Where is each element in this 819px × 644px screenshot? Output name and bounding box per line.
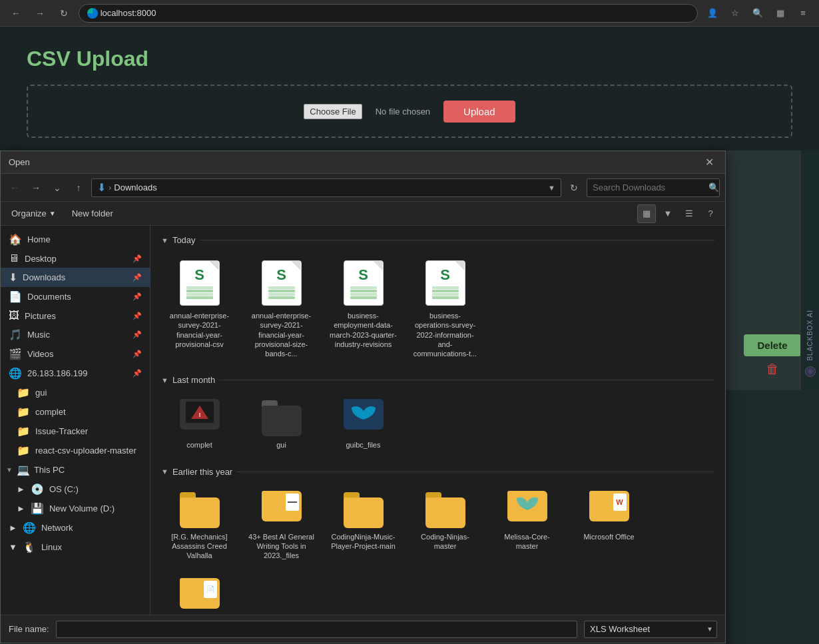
pin-icon-pictures: 📌 xyxy=(133,312,142,320)
file-item-guibc[interactable]: guibc_files xyxy=(325,393,402,456)
back-button[interactable]: ← xyxy=(7,4,25,23)
documents-icon: 📄 xyxy=(9,290,22,303)
csv4-label: business-operations-survey-2022-informat… xyxy=(411,311,479,358)
file-item-mirrors-edge[interactable]: 📄 Mirrors_Edge xyxy=(161,572,238,615)
sidebar-item-c-drive[interactable]: ► 💿 OS (C:) xyxy=(1,480,150,499)
sidebar-desktop-label: Desktop xyxy=(25,254,127,264)
lastmonth-toggle[interactable]: ▼ xyxy=(161,376,168,384)
sidebar-item-downloads[interactable]: ⬇ Downloads 📌 xyxy=(1,268,150,287)
sidebar-network-label: Network xyxy=(41,523,142,533)
settings-icon[interactable]: ≡ xyxy=(794,4,812,23)
dialog-sidebar: 🏠 Home 🖥 Desktop 📌 ⬇ Downloads 📌 📄 Docum… xyxy=(1,226,150,615)
file-item-melissa[interactable]: Melissa-Core-master xyxy=(489,485,565,567)
filetype-select[interactable]: XLS Worksheet CSV Files All Files xyxy=(584,621,717,638)
blackbox-icon xyxy=(805,366,816,377)
dialog-title: Open xyxy=(9,157,30,167)
forward-button[interactable]: → xyxy=(31,4,49,23)
file-item-rg-mechanics[interactable]: [R.G. Mechanics] Assassins Creed Valhall… xyxy=(161,485,238,567)
refresh-button[interactable]: ↻ xyxy=(565,179,583,196)
sidebar-pictures-label: Pictures xyxy=(25,311,127,321)
downloads-icon: ⬇ xyxy=(9,271,17,284)
new-folder-label: New folder xyxy=(72,208,113,218)
sidebar-linux-label: Linux xyxy=(41,542,142,552)
filename-label: File name: xyxy=(9,624,49,634)
nav-forward-button[interactable]: → xyxy=(27,179,45,196)
earlier-label: Earlier this year xyxy=(172,467,232,477)
nav-up-button[interactable]: ↑ xyxy=(70,179,87,196)
reload-button[interactable]: ↻ xyxy=(55,4,73,23)
this-pc-icon: 💻 xyxy=(17,464,30,476)
view-chevron-button[interactable]: ▼ xyxy=(659,204,677,223)
split-view-icon[interactable]: ▦ xyxy=(771,4,790,23)
complet-label: complet xyxy=(186,440,212,450)
sidebar-item-ip[interactable]: 🌐 26.183.186.199 📌 xyxy=(1,364,150,383)
sidebar-item-complet[interactable]: 📁 complet xyxy=(1,402,150,422)
search-icon: 🔍 xyxy=(708,182,719,192)
csv-icon-1: S xyxy=(178,259,221,307)
file-item-ai-tools[interactable]: 43+ Best AI General Writing Tools in 202… xyxy=(243,485,320,567)
sidebar-item-network[interactable]: ► 🌐 Network xyxy=(1,518,150,537)
this-pc-expand-icon: ▼ xyxy=(6,466,13,474)
earlier-toggle[interactable]: ▼ xyxy=(161,468,168,476)
delete-icon-button[interactable]: 🗑 xyxy=(766,362,779,377)
view-icons-button[interactable]: ▦ xyxy=(637,204,656,223)
file-item-csv1[interactable]: S annual-enterprise-survey xyxy=(161,253,238,364)
file-item-ms-office[interactable]: W Microsoft Office xyxy=(571,485,647,567)
search-box: 🔍 xyxy=(587,178,720,197)
coding-ninjas-icon xyxy=(424,491,467,528)
sidebar-item-linux[interactable]: ▼ 🐧 Linux xyxy=(1,537,150,557)
this-pc-label: This PC xyxy=(34,465,65,475)
linux-icon: 🐧 xyxy=(23,541,36,553)
view-details-button[interactable]: ☰ xyxy=(680,204,698,223)
new-folder-button[interactable]: New folder xyxy=(67,206,119,221)
view-controls: ▦ ▼ ☰ ? xyxy=(637,204,720,223)
filename-input[interactable] xyxy=(56,621,577,638)
sidebar-react-csv-label: react-csv-uploader-master xyxy=(35,446,142,456)
guibc-folder-icon xyxy=(342,399,385,436)
file-item-complet[interactable]: ! complet xyxy=(161,393,238,456)
today-toggle[interactable]: ▼ xyxy=(161,236,168,244)
section-lastmonth-header: ▼ Last month xyxy=(161,375,714,385)
delete-button[interactable]: Delete xyxy=(744,334,800,356)
sidebar-item-pictures[interactable]: 🖼 Pictures 📌 xyxy=(1,306,150,325)
csv-icon-3: S xyxy=(342,259,385,307)
sidebar-item-documents[interactable]: 📄 Documents 📌 xyxy=(1,287,150,306)
nav-back-button[interactable]: ← xyxy=(6,179,23,196)
sidebar-item-music[interactable]: 🎵 Music 📌 xyxy=(1,325,150,344)
sidebar-item-react-csv[interactable]: 📁 react-csv-uploader-master xyxy=(1,441,150,460)
favorites-icon[interactable]: ☆ xyxy=(726,4,744,23)
file-item-csv4[interactable]: S business-operations-surv xyxy=(407,253,483,364)
browser-bar: ← → ↻ localhost:8000 👤 ☆ 🔍 ▦ ≡ xyxy=(0,0,819,27)
pin-icon-ip: 📌 xyxy=(133,369,142,378)
help-button[interactable]: ? xyxy=(701,204,720,223)
sidebar-item-videos[interactable]: 🎬 Videos 📌 xyxy=(1,344,150,364)
sidebar-issue-label: Issue-Tracker xyxy=(35,426,142,436)
folder-complet-icon: 📁 xyxy=(17,406,30,418)
sidebar-item-d-drive[interactable]: ► 💾 New Volume (D:) xyxy=(1,499,150,518)
profile-icon[interactable]: 👤 xyxy=(703,4,722,23)
upload-button[interactable]: Upload xyxy=(443,101,515,123)
file-item-coding-ninjas[interactable]: Coding-Ninjas-master xyxy=(407,485,483,567)
c-drive-icon: 💿 xyxy=(31,483,44,495)
tab-search-icon[interactable]: 🔍 xyxy=(748,4,767,23)
breadcrumb-dropdown[interactable]: ▼ xyxy=(548,184,555,192)
sidebar-item-home[interactable]: 🏠 Home xyxy=(1,230,150,249)
search-input[interactable] xyxy=(593,182,704,192)
file-item-gui[interactable]: gui xyxy=(243,393,320,456)
dialog-titlebar: Open ✕ xyxy=(1,151,725,174)
sidebar-item-gui[interactable]: 📁 gui xyxy=(1,383,150,402)
file-item-csv2[interactable]: S annual-enterprise-survey xyxy=(243,253,320,364)
no-file-text: No file chosen xyxy=(376,107,430,117)
sidebar-item-desktop[interactable]: 🖥 Desktop 📌 xyxy=(1,249,150,268)
dialog-body: 🏠 Home 🖥 Desktop 📌 ⬇ Downloads 📌 📄 Docum… xyxy=(1,226,725,615)
file-item-coding-ninja-music[interactable]: CodingNinja-Music-Player-Project-main xyxy=(325,485,402,567)
organize-button[interactable]: Organize ▼ xyxy=(6,206,61,221)
sidebar-item-issue-tracker[interactable]: 📁 Issue-Tracker xyxy=(1,422,150,441)
choose-file-button[interactable]: Choose File xyxy=(304,104,362,119)
dialog-close-button[interactable]: ✕ xyxy=(701,155,717,170)
sidebar-d-label: New Volume (D:) xyxy=(49,503,142,513)
this-pc-group[interactable]: ▼ 💻 This PC xyxy=(1,460,150,480)
today-files-grid: S annual-enterprise-survey xyxy=(161,253,714,364)
nav-recent-button[interactable]: ⌄ xyxy=(49,179,66,196)
file-item-csv3[interactable]: S business-employment-data xyxy=(325,253,402,364)
